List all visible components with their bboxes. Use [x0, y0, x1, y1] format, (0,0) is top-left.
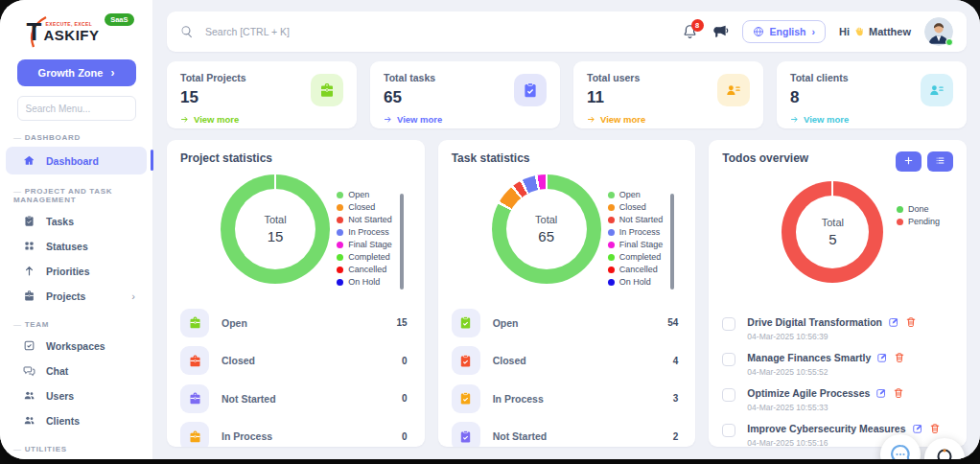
- sidebar-item[interactable]: Leads Management ›: [6, 458, 147, 459]
- clipboard-icon: [23, 215, 35, 227]
- view-more-link[interactable]: View more: [384, 114, 547, 125]
- edit-icon[interactable]: [912, 423, 923, 434]
- megaphone-icon: [712, 27, 729, 43]
- status-count: 0: [402, 356, 411, 366]
- add-todo-button[interactable]: [896, 151, 922, 172]
- sidebar-section: Dashboard Dashboard: [0, 133, 152, 174]
- globe-icon: [753, 26, 764, 37]
- legend-item[interactable]: Cancelled: [337, 265, 392, 274]
- legend-item[interactable]: In Process: [608, 227, 664, 237]
- briefcase-icon: [311, 74, 343, 106]
- sidebar-item[interactable]: Clients: [6, 408, 147, 432]
- legend-dot: [337, 267, 343, 273]
- todo-item: Drive Digital Transformation 04-Mar-2025…: [722, 316, 953, 341]
- legend-item[interactable]: In Process: [337, 227, 392, 237]
- legend-item[interactable]: Closed: [337, 202, 392, 212]
- legend-dot: [337, 279, 343, 286]
- view-more-link[interactable]: View more: [180, 114, 343, 125]
- notification-badge: 8: [691, 19, 704, 32]
- todo-title: Optimize Agile Processes: [747, 387, 870, 399]
- avatar[interactable]: [924, 17, 953, 46]
- stat-card: Total clients 8 View more: [777, 61, 967, 128]
- edit-icon[interactable]: [876, 352, 888, 363]
- status-row: In Process 0: [180, 422, 411, 447]
- language-selector[interactable]: English ›: [742, 20, 826, 43]
- users-icon: [23, 414, 35, 427]
- sidebar-item[interactable]: Priorities: [6, 259, 147, 283]
- todo-checkbox[interactable]: [722, 424, 735, 437]
- legend-item[interactable]: Closed: [608, 202, 664, 212]
- todo-title: Manage Finances Smartly: [747, 352, 871, 363]
- todo-checkbox[interactable]: [722, 353, 735, 366]
- task-donut-chart: Total 65: [492, 174, 601, 284]
- logo-text: ASKIFY: [44, 27, 100, 43]
- view-more-link[interactable]: View more: [790, 114, 953, 125]
- announcements-button[interactable]: [712, 23, 729, 40]
- sidebar-item[interactable]: Workspaces: [6, 334, 147, 358]
- legend-item[interactable]: Open: [608, 190, 664, 199]
- status-count: 0: [402, 393, 411, 404]
- global-search-input[interactable]: [203, 25, 682, 38]
- todo-title: Drive Digital Transformation: [747, 316, 882, 328]
- legend-item[interactable]: On Hold: [337, 277, 392, 287]
- legend-item[interactable]: Pending: [897, 217, 940, 226]
- legend-item[interactable]: Completed: [337, 252, 392, 262]
- legend-item[interactable]: Open: [337, 190, 392, 199]
- todo-list-button[interactable]: [927, 151, 953, 172]
- edit-icon[interactable]: [875, 387, 887, 399]
- legend-scrollbar[interactable]: [670, 194, 674, 290]
- legend-item[interactable]: Not Started: [337, 215, 392, 224]
- briefcase-icon: [23, 290, 35, 302]
- sidebar-search-input[interactable]: [17, 96, 136, 121]
- legend-item[interactable]: Completed: [608, 252, 664, 262]
- arrow-right-icon: [790, 115, 799, 124]
- chevron-right-icon: ›: [812, 26, 816, 37]
- todo-checkbox[interactable]: [722, 388, 735, 402]
- legend-item[interactable]: On Hold: [608, 277, 664, 287]
- legend-dot: [337, 254, 343, 261]
- todo-timestamp: 04-Mar-2025 10:55:52: [747, 367, 905, 377]
- legend-item[interactable]: Cancelled: [608, 265, 664, 274]
- clipboard-icon: [452, 309, 480, 337]
- trash-icon[interactable]: [894, 352, 905, 363]
- todo-checkbox[interactable]: [722, 317, 735, 331]
- card-title: Project statistics: [180, 151, 411, 165]
- legend-dot: [337, 204, 343, 211]
- legend-item[interactable]: Not Started: [608, 215, 664, 224]
- legend-dot: [608, 267, 615, 273]
- sidebar-item[interactable]: Projects ›: [6, 284, 147, 308]
- checkbox-icon: [23, 339, 35, 352]
- legend-scrollbar[interactable]: [400, 194, 404, 290]
- main-content: 8 English › Hi Matthew: [153, 0, 980, 459]
- growth-zone-button[interactable]: Growth Zone ›: [17, 59, 136, 86]
- view-more-link[interactable]: View more: [587, 114, 750, 125]
- project-status-list: Open 15 Closed 0 Not Started: [180, 309, 411, 448]
- arrow-right-icon: [384, 115, 392, 124]
- notifications-button[interactable]: 8: [682, 23, 698, 40]
- todos-donut-chart: Total 5: [782, 181, 883, 283]
- legend-item[interactable]: Done: [897, 204, 940, 214]
- sidebar: T EXECUTE, EXCEL ASKIFY SaaS Growth Zone…: [0, 0, 153, 459]
- sidebar-item[interactable]: Chat: [6, 359, 147, 383]
- trash-icon[interactable]: [929, 423, 941, 434]
- user-name: Matthew: [869, 26, 911, 37]
- sidebar-item[interactable]: Dashboard: [6, 147, 147, 174]
- todos-overview-card: Todos overview Total 5: [709, 140, 967, 447]
- sidebar-item[interactable]: Users: [6, 383, 147, 407]
- sidebar-section-label: Dashboard: [13, 133, 152, 142]
- status-row: Closed 4: [452, 346, 683, 375]
- clipboard-icon: [452, 346, 480, 375]
- list-icon: [935, 154, 945, 169]
- sidebar-item[interactable]: Tasks: [6, 209, 147, 233]
- legend-item[interactable]: Final Stage: [337, 240, 392, 249]
- trash-icon[interactable]: [905, 316, 917, 328]
- sidebar-item[interactable]: Statuses: [6, 234, 147, 258]
- legend-item[interactable]: Final Stage: [608, 240, 664, 249]
- briefcase-icon: [180, 384, 209, 413]
- edit-icon[interactable]: [888, 316, 899, 328]
- trash-icon[interactable]: [893, 387, 904, 399]
- waving-hand-icon: [853, 26, 865, 37]
- stat-card: Total Projects 15 View more: [167, 61, 357, 128]
- user-card-icon: [717, 74, 750, 106]
- arrow-right-icon: [587, 115, 595, 124]
